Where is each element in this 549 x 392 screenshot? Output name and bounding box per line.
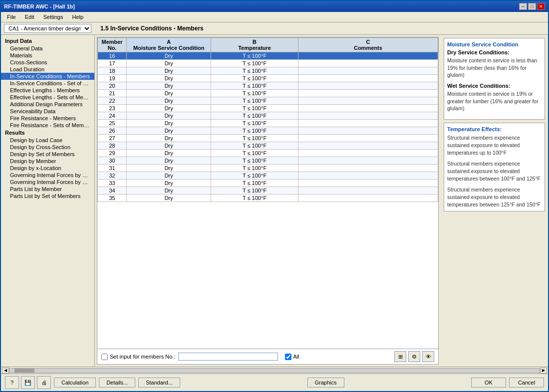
table-row[interactable]: 35 Dry T ≤ 100°F: [98, 195, 438, 202]
cell-condition: Dry: [127, 150, 211, 157]
standard-button[interactable]: Standard...: [138, 378, 180, 388]
table-row[interactable]: 26 Dry T ≤ 100°F: [98, 127, 438, 135]
cell-member-no: 31: [98, 165, 127, 172]
sidebar-item-cross-sections[interactable]: Cross-Sections: [1, 59, 94, 66]
table-row[interactable]: 16 Dry T ≤ 100°F: [98, 52, 438, 60]
table-row[interactable]: 27 Dry T ≤ 100°F: [98, 135, 438, 142]
menu-file[interactable]: File: [3, 13, 20, 21]
table-icon-btn-2[interactable]: ⚙: [408, 351, 420, 362]
cell-comments: [298, 52, 438, 60]
print-button[interactable]: 🖨: [37, 376, 51, 389]
calculation-button[interactable]: Calculation: [54, 378, 96, 388]
table-row[interactable]: 31 Dry T ≤ 100°F: [98, 165, 438, 172]
table-icon-btn-1[interactable]: ⊞: [394, 351, 406, 362]
scroll-right-button[interactable]: ▶: [540, 368, 547, 374]
maximize-button[interactable]: □: [528, 3, 536, 10]
view-icon: 👁: [426, 354, 431, 360]
horizontal-scrollbar[interactable]: ◀ ▶: [1, 367, 548, 374]
scrollbar-thumb[interactable]: [14, 369, 34, 373]
cell-comments: [298, 60, 438, 67]
table-row[interactable]: 21 Dry T ≤ 100°F: [98, 90, 438, 97]
sidebar-item-design-load-case[interactable]: Design by Load Case: [1, 137, 94, 144]
table-row[interactable]: 17 Dry T ≤ 100°F: [98, 60, 438, 67]
sidebar-item-in-service-members[interactable]: In-Service Conditions - Members: [1, 73, 94, 80]
cell-condition: Dry: [127, 157, 211, 165]
cell-comments: [298, 75, 438, 82]
table-row[interactable]: 33 Dry T ≤ 100°F: [98, 180, 438, 187]
sidebar-item-design-member[interactable]: Design by Member: [1, 158, 94, 165]
cell-comments: [298, 195, 438, 202]
sidebar-item-fire-resistance-members[interactable]: Fire Resistance - Members: [1, 115, 94, 122]
sidebar-item-in-service-set[interactable]: In-Service Conditions - Set of M...: [1, 80, 94, 87]
table-row[interactable]: 34 Dry T ≤ 100°F: [98, 187, 438, 195]
sidebar-item-load-duration[interactable]: Load Duration: [1, 66, 94, 73]
cell-temperature: T ≤ 100°F: [211, 142, 298, 150]
cell-condition: Dry: [127, 120, 211, 127]
cell-comments: [298, 90, 438, 97]
close-button[interactable]: ✕: [537, 3, 545, 10]
menu-edit[interactable]: Edit: [21, 13, 38, 21]
title-bar-buttons: ─ □ ✕: [519, 3, 545, 10]
sidebar-item-additional-design[interactable]: Additional Design Parameters: [1, 101, 94, 108]
sidebar-item-materials[interactable]: Materials: [1, 52, 94, 59]
sidebar-item-general-data[interactable]: General Data: [1, 45, 94, 52]
cell-temperature: T ≤ 100°F: [211, 60, 298, 67]
table-row[interactable]: 19 Dry T ≤ 100°F: [98, 75, 438, 82]
sidebar-item-eff-lengths-members[interactable]: Effective Lengths - Members: [1, 87, 94, 94]
table-row[interactable]: 28 Dry T ≤ 100°F: [98, 142, 438, 150]
graphics-button[interactable]: Graphics: [307, 378, 344, 388]
table-row[interactable]: 32 Dry T ≤ 100°F: [98, 172, 438, 180]
design-standard-dropdown[interactable]: CA1 - American timber design: [4, 24, 91, 33]
sidebar-item-design-cross-section[interactable]: Design by Cross-Section: [1, 144, 94, 151]
save-button[interactable]: 💾: [21, 376, 35, 389]
set-input-checkbox[interactable]: [101, 354, 108, 360]
temperature-title: Temperature Effects:: [447, 126, 542, 132]
wet-title: Wet Service Conditions:: [447, 83, 542, 89]
cell-temperature: T ≤ 100°F: [211, 105, 298, 112]
sidebar-item-fire-resistance-sets[interactable]: Fire Resistance - Sets of Memb...: [1, 122, 94, 129]
set-input-text: Set input for members No.:: [110, 354, 175, 360]
sidebar-item-governing-member[interactable]: Governing Internal Forces by M...: [1, 172, 94, 179]
ok-button[interactable]: OK: [471, 378, 506, 388]
table-row[interactable]: 29 Dry T ≤ 100°F: [98, 150, 438, 157]
scrollbar-track[interactable]: [9, 368, 540, 373]
all-checkbox[interactable]: [285, 354, 291, 360]
table-row[interactable]: 18 Dry T ≤ 100°F: [98, 67, 438, 75]
help-button[interactable]: ?: [5, 376, 19, 389]
table-container[interactable]: Member No. A Moisture Service Condition …: [97, 37, 438, 349]
print-icon: 🖨: [41, 380, 47, 386]
sidebar-item-parts-list-member[interactable]: Parts List by Member: [1, 186, 94, 193]
sidebar-item-governing-set[interactable]: Governing Internal Forces by Se...: [1, 179, 94, 186]
sidebar-item-parts-list-set[interactable]: Parts List by Set of Members: [1, 193, 94, 199]
sidebar-item-design-set-members[interactable]: Design by Set of Members: [1, 151, 94, 158]
cell-member-no: 30: [98, 157, 127, 165]
settings-icon: ⚙: [412, 354, 417, 360]
sidebar-item-serviceability[interactable]: Serviceability Data: [1, 108, 94, 115]
table-row[interactable]: 25 Dry T ≤ 100°F: [98, 120, 438, 127]
member-number-input[interactable]: [178, 353, 278, 361]
cancel-button[interactable]: Cancel: [509, 378, 544, 388]
scroll-left-button[interactable]: ◀: [2, 368, 9, 374]
cell-temperature: T ≤ 100°F: [211, 172, 298, 180]
sidebar-item-design-x-location[interactable]: Design by x-Location: [1, 165, 94, 172]
dry-text: Moisture content in service is less than…: [447, 57, 542, 79]
footer-icons: ⊞ ⚙ 👁: [394, 351, 434, 362]
sidebar-item-eff-lengths-sets[interactable]: Effective Lengths - Sets of Mem...: [1, 94, 94, 101]
cell-comments: [298, 172, 438, 180]
table-row[interactable]: 24 Dry T ≤ 100°F: [98, 112, 438, 120]
right-panel: Moisture Service Condition Dry Service C…: [441, 35, 548, 367]
table-row[interactable]: 22 Dry T ≤ 100°F: [98, 97, 438, 105]
minimize-button[interactable]: ─: [519, 3, 527, 10]
table-row[interactable]: 20 Dry T ≤ 100°F: [98, 82, 438, 90]
details-button[interactable]: Details...: [99, 378, 135, 388]
menu-settings[interactable]: Settings: [39, 13, 67, 21]
table-row[interactable]: 23 Dry T ≤ 100°F: [98, 105, 438, 112]
menu-help[interactable]: Help: [68, 13, 87, 21]
sidebar-section-results: Results: [1, 129, 94, 137]
cell-member-no: 19: [98, 75, 127, 82]
table-icon-btn-3[interactable]: 👁: [422, 351, 434, 362]
center-panel: Member No. A Moisture Service Condition …: [97, 37, 439, 365]
cell-condition: Dry: [127, 60, 211, 67]
col-a-subheader: Moisture Service Condition: [129, 45, 209, 51]
table-row[interactable]: 30 Dry T ≤ 100°F: [98, 157, 438, 165]
